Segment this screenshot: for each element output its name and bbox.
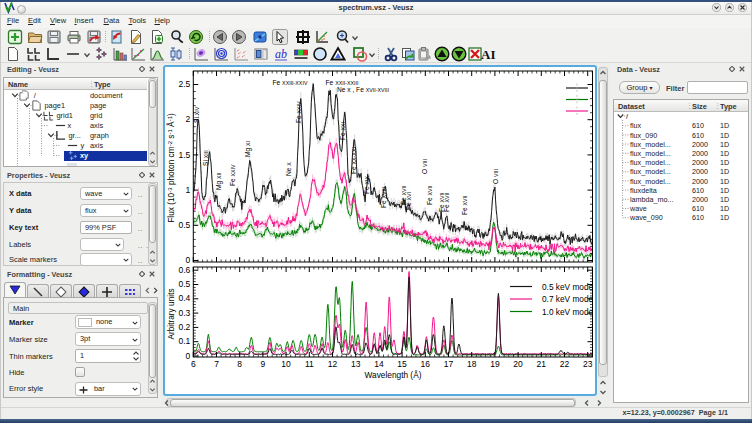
svg-text:0.5: 0.5 — [178, 279, 190, 289]
svg-text:Fe XXIV: Fe XXIV — [229, 164, 236, 186]
svg-text:1.5: 1.5 — [178, 150, 190, 160]
svg-text:0.5 keV model: 0.5 keV model — [542, 282, 595, 292]
svg-text:Fe XIX: Fe XIX — [363, 175, 370, 194]
svg-text:7: 7 — [214, 359, 219, 369]
svg-text:O VIII: O VIII — [492, 169, 499, 184]
svg-text:23: 23 — [583, 359, 593, 369]
svg-text:Fe XVII: Fe XVII — [426, 185, 433, 205]
svg-text:0: 0 — [186, 351, 191, 361]
svg-text:0.4: 0.4 — [178, 293, 190, 303]
svg-text:13: 13 — [351, 359, 361, 369]
svg-text:Mg XII: Mg XII — [215, 173, 223, 190]
svg-text:14: 14 — [374, 359, 384, 369]
svg-text:22: 22 — [560, 359, 570, 369]
svg-text:2: 2 — [186, 114, 191, 124]
svg-text:Si XIII: Si XIII — [202, 150, 209, 166]
svg-text:18: 18 — [467, 359, 477, 369]
svg-text:8: 8 — [237, 359, 242, 369]
svg-text:0.7 keV model: 0.7 keV model — [542, 294, 595, 304]
svg-text:Ne x , Fe XVII-XVIII: Ne x , Fe XVII-XVIII — [337, 86, 389, 93]
svg-text:16: 16 — [421, 359, 431, 369]
svg-text:15: 15 — [397, 359, 407, 369]
svg-text:0.1: 0.1 — [178, 336, 190, 346]
svg-text:0: 0 — [186, 255, 191, 265]
svg-text:O VIII: O VIII — [421, 159, 428, 174]
svg-text:ab: ab — [275, 47, 287, 61]
svg-text:0.3: 0.3 — [178, 308, 190, 318]
svg-text:Fe XXIII-XXIV: Fe XXIII-XXIV — [273, 79, 308, 86]
svg-text:9: 9 — [261, 359, 266, 369]
svg-text:Fe XVI: Fe XVI — [405, 192, 412, 210]
svg-text:Wavelength (Å): Wavelength (Å) — [365, 370, 422, 380]
svg-text:1.0 keV model: 1.0 keV model — [542, 307, 595, 317]
svg-text:2.5: 2.5 — [178, 79, 190, 89]
svg-text:AI: AI — [481, 47, 495, 62]
svg-text:Si XIV: Si XIV — [193, 106, 200, 123]
svg-text:Arbitrary units: Arbitrary units — [166, 288, 176, 339]
svg-text:11: 11 — [305, 359, 314, 369]
svg-text:0.6: 0.6 — [178, 265, 190, 275]
svg-text:21: 21 — [537, 359, 547, 369]
svg-text:Fe XXI: Fe XXI — [339, 122, 346, 140]
svg-text:Fe XVII: Fe XVII — [443, 192, 450, 212]
svg-text:17: 17 — [444, 359, 454, 369]
svg-text:Mg XI: Mg XI — [244, 141, 252, 157]
svg-text:Fe XVII: Fe XVII — [461, 195, 468, 215]
svg-text:Fe XX-XXI: Fe XX-XXI — [350, 147, 357, 174]
svg-text:Fe XVIII: Fe XVIII — [380, 187, 387, 208]
svg-text:Fe XXII-XXIII: Fe XXII-XXIII — [326, 79, 359, 86]
svg-text:0.2: 0.2 — [178, 322, 190, 332]
svg-text:Flux (10-3 photon cm-2 s-1 Å-1: Flux (10-3 photon cm-2 s-1 Å-1) — [166, 113, 176, 223]
svg-text:Fe XXIV: Fe XXIV — [295, 101, 302, 123]
svg-text:Ne X: Ne X — [285, 162, 292, 176]
svg-text:0.5: 0.5 — [178, 220, 190, 230]
svg-text:10: 10 — [281, 359, 291, 369]
svg-text:1: 1 — [186, 185, 191, 195]
svg-text:6: 6 — [191, 359, 196, 369]
svg-text:12: 12 — [328, 359, 338, 369]
svg-text:19: 19 — [490, 359, 500, 369]
svg-text:20: 20 — [513, 359, 523, 369]
